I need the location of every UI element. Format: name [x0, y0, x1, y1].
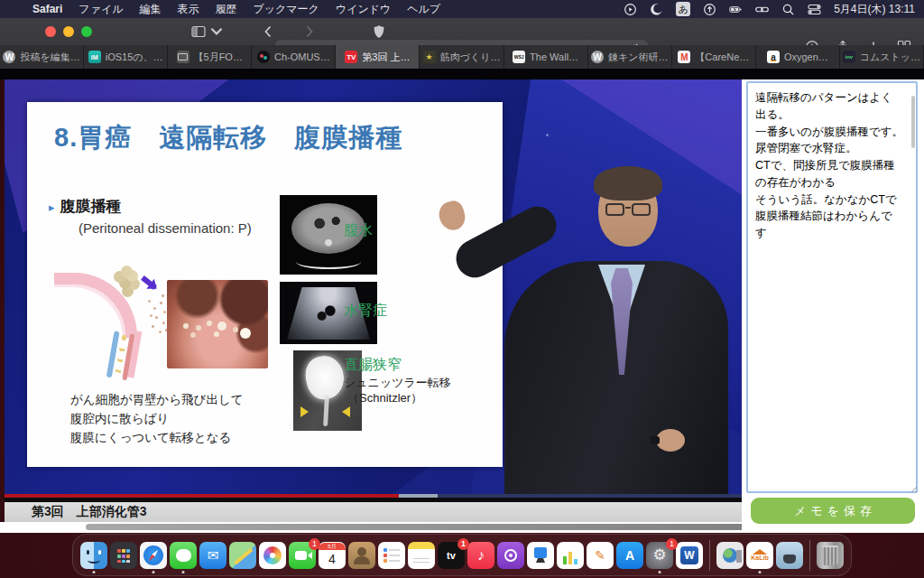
forward-button[interactable] [301, 24, 316, 39]
contrast-streak [323, 396, 329, 426]
dock-icon-reminders[interactable] [378, 542, 405, 569]
tab-gmail-carenet[interactable]: M【CareNe… [672, 45, 756, 69]
tab-wsj[interactable]: WSJThe Wall… [504, 45, 588, 69]
wordpress-icon: W [3, 51, 15, 63]
menu-bar-clock[interactable]: 5月4日(木) 13:11 [834, 2, 915, 17]
menu-item-edit[interactable]: 編集 [139, 2, 161, 17]
dock-icon-notes[interactable] [408, 542, 435, 569]
tab-carenet-active[interactable]: TV第3回 上… [336, 45, 420, 69]
tab-label: 【5月FO… [194, 51, 243, 64]
slide-bullet: ▸腹膜播種 [49, 196, 122, 217]
menu-item-help[interactable]: ヘルプ [407, 2, 440, 17]
save-memo-button[interactable]: メモを保存 [751, 498, 915, 524]
gmail-icon: M [678, 51, 690, 63]
dock-icon-photos[interactable] [259, 542, 286, 569]
dock-icon-appletv[interactable]: tv1 [438, 542, 465, 569]
playback-status-icon[interactable] [624, 3, 637, 16]
dock-icon-calendar[interactable]: 5月4 [319, 542, 346, 569]
presenter-suit [504, 261, 728, 494]
dock-icon-word[interactable]: W [676, 542, 703, 569]
dock-icon-network-app[interactable] [716, 542, 744, 569]
appstore-glyph: A [625, 548, 634, 563]
input-method-icon[interactable]: あ [676, 2, 690, 16]
spotlight-search-icon[interactable] [781, 3, 795, 16]
mac-icon [177, 51, 189, 63]
dock-icon-messages[interactable] [170, 542, 197, 569]
tab-amazon-oxygen[interactable]: aOxygen… [756, 45, 840, 69]
tab-wordpress-edit[interactable]: W投稿を編集… [0, 45, 84, 69]
dock-icon-safari[interactable] [140, 542, 167, 569]
label-schnitzler-en: （Schnitzler） [347, 390, 422, 406]
dock-icon-maps[interactable] [229, 542, 256, 569]
dock-icon-finder[interactable] [80, 542, 107, 569]
menu-bar: Safari ファイル 編集 表示 履歴 ブックマーク ウインドウ ヘルプ あ [0, 0, 924, 18]
dock-separator [709, 540, 710, 571]
gear-icon: ⚙ [652, 545, 666, 564]
purple-arrow-icon [141, 275, 157, 290]
dock-icon-system-preferences[interactable]: ⚙1 [646, 542, 673, 569]
label-rectal-stenosis: 直腸狭窄 [344, 356, 402, 375]
menu-item-view[interactable]: 表示 [177, 2, 199, 17]
dock-icon-music[interactable]: ♪ [467, 542, 494, 569]
envelope-icon: ✉ [208, 547, 219, 564]
dock-icon-photo-viewer[interactable] [776, 542, 803, 569]
tab-ios15[interactable]: iMiOS15の、… [84, 45, 168, 69]
calendar-month: 5月 [319, 543, 346, 550]
menu-item-window[interactable]: ウインドウ [336, 2, 391, 17]
zoom-window-button[interactable] [81, 26, 92, 37]
dock-icon-numbers[interactable] [557, 542, 584, 569]
glasses-icon [605, 203, 651, 217]
menu-item-file[interactable]: ファイル [79, 2, 123, 17]
dock-icon-trash[interactable] [817, 542, 844, 569]
dock-icon-appstore[interactable]: A [616, 542, 643, 569]
minimize-window-button[interactable] [63, 26, 74, 37]
dock-icon-contacts[interactable] [348, 542, 375, 569]
tab-renkin[interactable]: W錬キン術研… [588, 45, 672, 69]
sidebar-chevron-icon[interactable] [209, 24, 224, 39]
video-player[interactable]: 8.胃癌 遠隔転移 腹膜播種 ▸腹膜播種 (Peritoneal dissemi… [5, 79, 742, 494]
calendar-day: 4 [328, 550, 336, 568]
tab-comstock[interactable]: invコムストッ… [840, 45, 924, 69]
tab-label: The Wall… [530, 51, 578, 62]
tab-may-forum[interactable]: 【5月FO… [168, 45, 252, 69]
memo-textarea[interactable]: 遠隔転移のパターンはよく出る。 一番多いのが腹膜播種です。 尿管閉塞で水腎症。 … [746, 81, 918, 493]
presenter [492, 165, 742, 494]
status-arrow-circle-icon[interactable] [703, 3, 716, 16]
dock-icon-mail[interactable]: ✉ [199, 542, 226, 569]
control-center-icon[interactable] [808, 3, 821, 16]
privacy-shield-icon[interactable] [372, 24, 386, 39]
dock-icon-keynote[interactable] [527, 542, 554, 569]
tab-label: 錬キン術研… [608, 51, 669, 64]
tab-muscle[interactable]: ★筋肉づくり… [420, 45, 504, 69]
sidebar-toggle-icon[interactable] [191, 24, 206, 39]
tv-glyph: tv [447, 550, 456, 561]
handoff-link-icon[interactable] [755, 3, 769, 16]
menu-item-bookmarks[interactable]: ブックマーク [253, 2, 319, 17]
notification-badge: 1 [666, 538, 678, 550]
particle [546, 134, 549, 136]
back-button[interactable] [262, 24, 276, 39]
dock-icon-podcasts[interactable] [497, 542, 524, 569]
horizontal-scrollbar-thumb[interactable] [86, 524, 819, 530]
kalib-glyph: KaLib [751, 555, 768, 561]
amazon-icon: a [767, 51, 780, 63]
menu-item-safari[interactable]: Safari [32, 3, 62, 15]
notification-badge: 1 [457, 538, 469, 550]
close-window-button[interactable] [45, 26, 56, 37]
presenter-hair [594, 166, 662, 200]
dock-icon-kalib[interactable]: KaLib [746, 542, 773, 569]
screen: Safari ファイル 編集 表示 履歴 ブックマーク ウインドウ ヘルプ あ [0, 0, 924, 578]
dock: ✉ 1 5月4 tv1 ♪ ✎ A ⚙1 W KaLib [72, 534, 852, 576]
dock-icon-launchpad[interactable] [110, 542, 137, 569]
menu-item-history[interactable]: 履歴 [215, 2, 236, 17]
tab-ch-omus[interactable]: Ch-OMUS… [252, 45, 336, 69]
dock-icon-pages[interactable]: ✎ [587, 542, 614, 569]
yellow-arrow-left-icon [337, 406, 350, 417]
dock-icon-facetime[interactable]: 1 [289, 542, 316, 569]
memo-scrollbar-thumb[interactable] [911, 96, 915, 148]
battery-icon[interactable] [729, 3, 743, 16]
do-not-disturb-moon-icon[interactable] [650, 3, 663, 16]
tab-bar: W投稿を編集… iMiOS15の、… 【5月FO… Ch-OMUS… TV第3回… [0, 45, 924, 69]
slide-title: 8.胃癌 遠隔転移 腹膜播種 [54, 120, 402, 156]
imore-icon: iM [88, 51, 101, 63]
